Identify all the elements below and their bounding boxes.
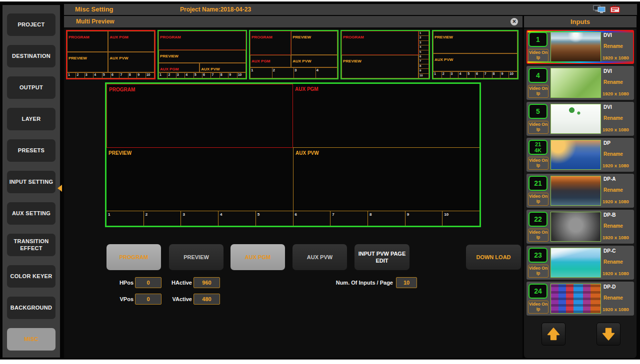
input-resolution: 1920 x 1080: [602, 55, 629, 60]
input-thumbnail-gorilla[interactable]: [550, 212, 601, 242]
strip-cell-7: 7: [484, 72, 492, 78]
video-on-ip-badge[interactable]: Video On Ip: [528, 85, 548, 98]
input-item-dp-b[interactable]: 22Video On IpDP-BRename1920 x 1080: [526, 210, 634, 244]
input-thumbnail-rocky-coast[interactable]: [550, 176, 601, 206]
strip-cell-2: 2: [442, 72, 450, 78]
exit-icon[interactable]: [610, 5, 623, 14]
inputs-per-page-input[interactable]: [396, 277, 417, 288]
preset-pane-aux-pvw: AUX PVW: [108, 52, 154, 72]
video-on-ip-badge[interactable]: Video On Ip: [528, 229, 548, 242]
sidebar-item-aux-setting[interactable]: AUX SETTING: [7, 202, 56, 225]
rename-button[interactable]: Rename: [604, 295, 623, 301]
video-on-ip-badge[interactable]: Video On Ip: [528, 301, 548, 314]
sidebar-item-background[interactable]: BACKGROUND: [7, 297, 56, 319]
layout-preset-2[interactable]: PROGRAM PREVIEW AUX PGM AUX PVW 12345678…: [158, 30, 247, 79]
video-on-ip-badge[interactable]: Video On Ip: [528, 265, 548, 278]
vactive-label: VActive: [164, 294, 192, 305]
rename-button[interactable]: Rename: [604, 259, 623, 265]
displays-icon[interactable]: [593, 5, 606, 14]
strip-cell-10: 10: [146, 73, 154, 78]
input-thumbnail-times-square[interactable]: [550, 284, 601, 314]
rename-button[interactable]: Rename: [604, 43, 623, 49]
input-item-dvi[interactable]: 1Video On IpDVIRename1920 x 1080: [526, 30, 634, 64]
inputs-header: Inputs: [524, 16, 636, 27]
strip-cell-3: 3: [85, 73, 94, 78]
layout-preset-4[interactable]: PROGRAM PREVIEW 12345678910: [340, 30, 430, 79]
strip-cell-6: 6: [202, 73, 211, 78]
layout-preset-1[interactable]: PROGRAM AUX PGM PREVIEW AUX PVW 12345678…: [66, 30, 156, 79]
sidebar-item-layer[interactable]: LAYER: [7, 108, 56, 130]
strip-cell-7: 7: [419, 59, 428, 64]
sidebar-active-marker-icon: [58, 185, 62, 192]
sidebar-item-presets[interactable]: PRESETS: [7, 139, 56, 162]
layout-preset-3[interactable]: PROGRAM PREVIEW AUX PGM AUX PVW 1234: [249, 30, 338, 79]
input-resolution: 1920 x 1080: [602, 91, 629, 96]
strip-cell-2: 2: [272, 68, 294, 78]
scroll-down-button[interactable]: [596, 323, 620, 346]
input-type-label: DVI: [604, 32, 612, 38]
input-item-dvi[interactable]: 4Video On IpDVIRename1920 x 1080: [526, 66, 634, 100]
sidebar-item-input-setting[interactable]: INPUT SETTING: [7, 171, 56, 193]
strip-cell-6: 6: [476, 72, 484, 78]
scroll-up-button[interactable]: [542, 323, 566, 346]
hpos-input[interactable]: [135, 277, 162, 288]
layout-preset-5[interactable]: PREVIEW AUX PVW 12345678910: [432, 30, 518, 79]
vactive-input[interactable]: [194, 294, 220, 305]
sidebar-item-destination[interactable]: DESTINATION: [7, 45, 56, 67]
vpos-label: VPos: [106, 294, 134, 305]
sidebar-item-color-keyer[interactable]: COLOR KEYER: [7, 265, 56, 288]
input-pvw-page-edit-button[interactable]: INPUT PVW PAGE EDIT: [354, 244, 410, 270]
rename-button[interactable]: Rename: [604, 115, 623, 121]
sidebar-item-transition-effect[interactable]: TRANSITION EFFECT: [7, 234, 56, 256]
arrow-up-icon: [546, 327, 561, 342]
sidebar-item-misc[interactable]: MISC: [7, 328, 56, 351]
download-button[interactable]: DOWN LOAD: [466, 245, 521, 270]
preset-pane-program: PROGRAM: [250, 31, 291, 55]
strip-cell-10: 10: [509, 72, 517, 78]
video-on-ip-badge[interactable]: Video On Ip: [528, 157, 548, 170]
preview-button[interactable]: PREVIEW: [169, 244, 224, 270]
input-thumbnail-canyon-river[interactable]: [550, 32, 601, 62]
strip-cell-2: 2: [419, 36, 428, 40]
sidebar-item-project[interactable]: PROJECT: [7, 13, 56, 36]
input-thumbnail-white-clover[interactable]: [550, 104, 601, 134]
input-type-label: DP-C: [604, 248, 616, 254]
aux-pvw-button[interactable]: AUX PVW: [292, 244, 347, 270]
input-resolution: 1920 x 1080: [602, 163, 629, 168]
strip-cell-6: 6: [419, 55, 428, 59]
pane-label: PROGRAM: [107, 86, 137, 93]
hactive-input[interactable]: [194, 277, 220, 288]
sidebar-item-output[interactable]: OUTPUT: [7, 76, 56, 99]
input-item-dp[interactable]: 214KVideo On IpDPRename1920 x 1080: [526, 138, 634, 172]
input-item-dp-a[interactable]: 21Video On IpDP-ARename1920 x 1080: [526, 174, 634, 208]
video-on-ip-badge[interactable]: Video On Ip: [528, 49, 548, 62]
input-item-dvi[interactable]: 5Video On IpDVIRename1920 x 1080: [526, 102, 634, 136]
input-resolution: 1920 x 1080: [602, 235, 629, 240]
rename-button[interactable]: Rename: [604, 223, 623, 229]
program-button[interactable]: PROGRAM: [106, 244, 161, 270]
close-icon[interactable]: ×: [510, 18, 518, 25]
rename-button[interactable]: Rename: [604, 79, 623, 85]
input-number-strip: 12345678910: [418, 31, 429, 78]
input-item-dp-d[interactable]: 24Video On IpDP-DRename1920 x 1080: [526, 282, 634, 316]
rename-button[interactable]: Rename: [604, 187, 623, 193]
input-thumbnail-tropical-beach[interactable]: [550, 248, 601, 278]
rename-button[interactable]: Rename: [604, 151, 623, 157]
input-thumbnail-green-grass[interactable]: [550, 68, 601, 98]
strip-cell-5: 5: [194, 73, 202, 78]
strip-cell-7: 7: [211, 73, 220, 78]
input-thumbnail-sunset-boat[interactable]: [550, 140, 601, 170]
titlebar: Misc Setting Project Name:2018-04-23: [64, 4, 637, 15]
input-resolution: 1920 x 1080: [602, 199, 629, 204]
input-resolution: 1920 x 1080: [602, 271, 629, 276]
video-on-ip-badge[interactable]: Video On Ip: [528, 193, 548, 206]
vpos-input[interactable]: [135, 294, 162, 305]
preset-pane-preview: PREVIEW: [342, 55, 418, 79]
input-item-dp-c[interactable]: 23Video On IpDP-CRename1920 x 1080: [526, 246, 634, 280]
aux-pgm-button[interactable]: AUX PGM: [230, 244, 285, 270]
video-on-ip-badge[interactable]: Video On Ip: [528, 121, 548, 134]
input-number-badge: 21: [528, 176, 548, 191]
pane-label: AUX PGM: [293, 85, 320, 93]
strip-cell-8: 8: [220, 73, 228, 78]
strip-cell-5: 5: [256, 211, 294, 226]
